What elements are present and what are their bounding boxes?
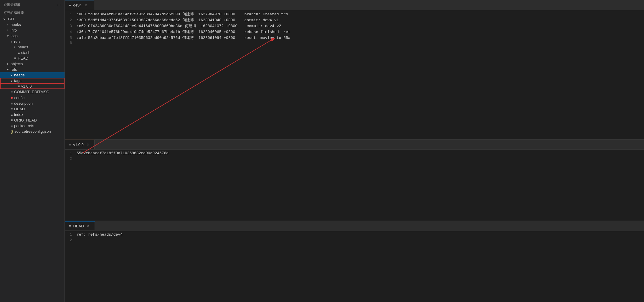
v100-tab[interactable]: ≡ v1.0.0 × [65, 140, 95, 149]
sidebar-item-refs[interactable]: ∨ refs [0, 67, 65, 72]
code-line: 155a2ebaacef7e18ff9a710359632ed90a924576… [65, 151, 644, 157]
sidebar-item-description[interactable]: › ≡ description [0, 101, 65, 106]
line-number: 2 [65, 18, 77, 22]
sidebar-item-logs[interactable]: ∨ logs [0, 33, 65, 39]
head-tab-bar: ≡ HEAD × [65, 221, 644, 231]
code-line: 1ref: refs/heads/dev4 [65, 232, 644, 238]
expand-arrow-heads-logs: › [13, 45, 16, 49]
sidebar-header-icons: ··· [57, 2, 61, 7]
index-file-icon: ≡ [11, 113, 13, 117]
tags-label: tags [14, 78, 22, 83]
expand-arrow-info: › [6, 29, 9, 32]
packed-refs-label: packed-refs [14, 124, 34, 128]
hooks-label: hooks [11, 22, 21, 27]
expand-arrow-hooks: › [6, 23, 9, 26]
sidebar-item-config[interactable]: › ● config [0, 95, 65, 101]
code-line: 3:c62 0f43486086ef604148ee9d441647680006… [65, 23, 644, 29]
stash-file-icon: ≡ [18, 51, 20, 55]
description-label: description [14, 101, 33, 106]
line-number: 1 [65, 151, 77, 155]
head-tab-close[interactable]: × [86, 223, 90, 229]
line-number: 6 [65, 41, 77, 45]
sidebar-item-heads-refs[interactable]: ∨ heads [0, 72, 65, 78]
head-code-lines: 1ref: refs/heads/dev42 [65, 231, 644, 245]
sidebar-item-tags[interactable]: ∨ tags [0, 78, 65, 83]
commit-editmsg-file-icon: ≡ [11, 90, 13, 94]
line-content: :000 fd3da8e44fb01aa14bf75a92d3947047d5d… [77, 12, 644, 17]
line-content: :300 5dd51dd4e375f4639215010837dc56da68a… [77, 17, 644, 23]
head-tab-label: HEAD [73, 224, 84, 228]
sidebar-item-hooks[interactable]: › hooks [0, 22, 65, 27]
v100-tab-file-icon: ≡ [69, 143, 71, 146]
sidebar-header: 资源管理器 ··· [0, 0, 65, 9]
dev4-editor-content[interactable]: 1:000 fd3da8e44fb01aa14bf75a92d3947047d5… [65, 10, 644, 139]
spacer-description: › [6, 102, 9, 105]
sidebar-item-objects[interactable]: › objects [0, 61, 65, 67]
v100-code-lines: 155a2ebaacef7e18ff9a710359632ed90a924576… [65, 150, 644, 164]
sidebar-item-refs-logs[interactable]: ∨ refs [0, 39, 65, 44]
dev4-tab-label: dev4 [73, 3, 81, 7]
config-error-dot: ● [11, 95, 13, 100]
sidebar-item-info[interactable]: › info [0, 27, 65, 33]
spacer-HEAD-log: › [9, 57, 13, 60]
head-editor-content[interactable]: 1ref: refs/heads/dev42 [65, 231, 644, 302]
sidebar-item-HEAD[interactable]: › ≡ HEAD [0, 106, 65, 112]
sidebar-item-index[interactable]: › ≡ index [0, 112, 65, 117]
line-number: 1 [65, 12, 77, 17]
dev4-tab[interactable]: ≡ dev4 × [65, 1, 94, 10]
dev4-tab-bar: ≡ dev4 × [65, 0, 644, 10]
sidebar: 资源管理器 ··· 打开的编辑器 ∨ .GIT › hooks › info ∨… [0, 0, 65, 302]
dev4-editor-pane: ≡ dev4 × 1:000 fd3da8e44fb01aa14bf75a92d… [65, 0, 644, 139]
sourcetreeconfig-file-icon: {} [11, 129, 13, 134]
line-content: ref: refs/heads/dev4 [77, 232, 644, 237]
HEAD-label: HEAD [14, 107, 25, 111]
spacer-commit-editmsg: › [6, 90, 9, 93]
v100-editor-pane: ≡ v1.0.0 × 155a2ebaacef7e18ff9a710359632… [65, 139, 644, 221]
expand-arrow-tags: ∨ [9, 79, 13, 82]
heads-logs-label: heads [18, 45, 28, 49]
open-editors-label: 打开的编辑器 [0, 9, 65, 16]
git-label: .GIT [7, 17, 14, 21]
line-number: 5 [65, 36, 77, 40]
stash-label: stash [21, 50, 30, 55]
code-line: 2 [65, 157, 644, 163]
v100-editor-content[interactable]: 155a2ebaacef7e18ff9a710359632ed90a924576… [65, 150, 644, 221]
code-line: 2:300 5dd51dd4e375f4639215010837dc56da68… [65, 17, 644, 23]
v100-label: v1.0.0 [21, 84, 32, 88]
refs-label: refs [11, 67, 17, 72]
v100-tab-bar: ≡ v1.0.0 × [65, 139, 644, 150]
sidebar-title: 资源管理器 [4, 3, 21, 7]
dev4-tab-file-icon: ≡ [69, 4, 71, 7]
spacer-stash: › [13, 51, 16, 54]
dev4-tab-close[interactable]: × [84, 3, 88, 8]
sidebar-item-git[interactable]: ∨ .GIT [0, 16, 65, 22]
spacer-index: › [6, 113, 9, 116]
code-line: 2 [65, 238, 644, 244]
sidebar-item-heads-logs[interactable]: › heads [0, 44, 65, 50]
sidebar-item-commit-editmsg[interactable]: › ≡ COMMIT_EDITMSG [0, 89, 65, 95]
info-label: info [11, 28, 17, 32]
sidebar-item-ORIG_HEAD[interactable]: › ≡ ORIG_HEAD [0, 117, 65, 123]
sidebar-item-packed-refs[interactable]: › ≡ packed-refs [0, 123, 65, 129]
sidebar-item-v100[interactable]: › ≡ v1.0.0 [0, 83, 65, 89]
head-tab[interactable]: ≡ HEAD × [65, 221, 95, 230]
v100-tab-label: v1.0.0 [73, 142, 83, 147]
expand-arrow-refs-logs: ∨ [9, 40, 13, 43]
sidebar-item-sourcetreeconfig[interactable]: › {} sourcetreeconfig.json [0, 129, 65, 134]
ORIG-HEAD-label: ORIG_HEAD [14, 118, 37, 122]
line-number: 3 [65, 24, 77, 28]
sidebar-item-HEAD-log[interactable]: › ≡ HEAD [0, 55, 65, 61]
index-label: index [14, 112, 23, 117]
more-icon[interactable]: ··· [57, 2, 61, 7]
line-number: 4 [65, 30, 77, 34]
refs-logs-label: refs [14, 39, 21, 44]
commit-editmsg-label: COMMIT_EDITMSG [14, 90, 49, 94]
sidebar-item-stash[interactable]: › ≡ stash [0, 50, 65, 55]
line-content: :36c 7c7821041e576bf0cd410c74ee52477e67b… [77, 29, 644, 35]
expand-arrow-objects: › [6, 62, 9, 65]
spacer-v100: › [13, 85, 16, 88]
expand-arrow-refs: ∨ [6, 68, 9, 71]
spacer-config: › [6, 96, 9, 99]
spacer-sourcetreeconfig: › [6, 130, 9, 133]
v100-tab-close[interactable]: × [86, 142, 90, 147]
